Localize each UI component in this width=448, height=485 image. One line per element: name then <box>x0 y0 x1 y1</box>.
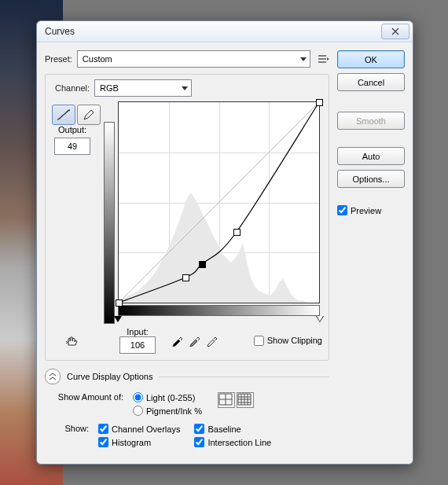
pencil-icon <box>83 108 95 121</box>
titlebar[interactable]: Curves <box>37 21 413 42</box>
channel-value: RGB <box>100 83 178 93</box>
amount-light-label: Light (0-255) <box>146 393 195 402</box>
curve-control-point[interactable] <box>199 261 206 268</box>
targeted-adjustment-tool[interactable] <box>63 333 80 348</box>
eyedropper-black[interactable] <box>171 334 184 347</box>
chevrons-up-icon <box>50 373 56 380</box>
divider <box>159 377 329 377</box>
grid-coarse-button[interactable] <box>218 392 235 408</box>
output-field[interactable] <box>54 138 90 155</box>
input-gradient <box>118 305 320 316</box>
close-button[interactable] <box>381 24 409 39</box>
input-field[interactable] <box>119 336 156 354</box>
curve-grid[interactable] <box>118 101 320 303</box>
preview-checkbox[interactable] <box>337 205 347 215</box>
channel-combo[interactable]: RGB <box>94 79 192 97</box>
baseline-label: Baseline <box>207 424 241 434</box>
auto-button[interactable]: Auto <box>337 147 405 165</box>
curve-point-tool[interactable] <box>52 105 75 125</box>
channel-label: Channel: <box>55 83 90 93</box>
output-gradient <box>104 122 115 324</box>
preset-combo[interactable]: Custom <box>77 50 310 68</box>
intersection-checkbox[interactable] <box>194 437 204 447</box>
dialog-title: Curves <box>45 26 381 37</box>
curve-pencil-tool[interactable] <box>77 105 101 125</box>
curve-control-point[interactable] <box>116 299 123 307</box>
intersection-label: Intersection Line <box>207 438 271 447</box>
smooth-button[interactable]: Smooth <box>337 112 405 130</box>
curve-display-options-label: Curve Display Options <box>67 372 152 381</box>
eyedropper-white[interactable] <box>206 334 218 347</box>
show-clipping-checkbox[interactable] <box>254 336 264 346</box>
curve-control-point[interactable] <box>316 99 323 106</box>
curve-group: Channel: RGB <box>45 74 329 361</box>
chevron-down-icon <box>182 86 188 90</box>
histogram-label: Histogram <box>112 438 151 447</box>
curve-control-point[interactable] <box>182 274 189 281</box>
close-icon <box>391 28 399 35</box>
chevron-down-icon <box>300 57 307 61</box>
amount-pigment-label: Pigment/Ink % <box>146 406 202 416</box>
curve-control-point[interactable] <box>233 229 241 236</box>
preset-value: Custom <box>83 54 297 64</box>
histogram-checkbox[interactable] <box>98 437 108 447</box>
curves-dialog: Curves Preset: Custom Channel: <box>36 20 413 465</box>
channel-overlays-checkbox[interactable] <box>98 424 108 434</box>
grid-fine-icon <box>237 393 252 406</box>
options-button[interactable]: Options... <box>337 170 405 188</box>
curve-icon <box>57 108 71 121</box>
ok-button[interactable]: OK <box>337 50 405 68</box>
grid-coarse-icon <box>218 393 233 406</box>
input-sliders[interactable] <box>118 316 320 324</box>
amount-pigment-radio[interactable] <box>133 406 143 416</box>
grid-fine-button[interactable] <box>237 392 254 408</box>
eyedropper-gray[interactable] <box>189 334 201 347</box>
preview-label: Preview <box>351 206 381 215</box>
show-amount-label: Show Amount of: <box>45 392 123 402</box>
input-label: Input: <box>127 327 149 336</box>
output-label: Output: <box>58 125 86 134</box>
show-label: Show: <box>45 424 89 433</box>
curve-path <box>119 102 319 303</box>
show-clipping-label: Show Clipping <box>267 336 322 345</box>
cancel-button[interactable]: Cancel <box>337 73 405 91</box>
curve-display-toggle[interactable] <box>45 369 61 384</box>
amount-light-radio[interactable] <box>133 392 143 402</box>
black-point-slider[interactable] <box>114 316 122 322</box>
channel-overlays-label: Channel Overlays <box>112 424 180 434</box>
preset-label: Preset: <box>45 54 72 64</box>
hand-icon <box>64 334 79 347</box>
menu-icon <box>318 54 329 64</box>
white-point-slider[interactable] <box>316 316 324 322</box>
preset-menu-button[interactable] <box>318 53 329 64</box>
baseline-checkbox[interactable] <box>194 424 204 434</box>
